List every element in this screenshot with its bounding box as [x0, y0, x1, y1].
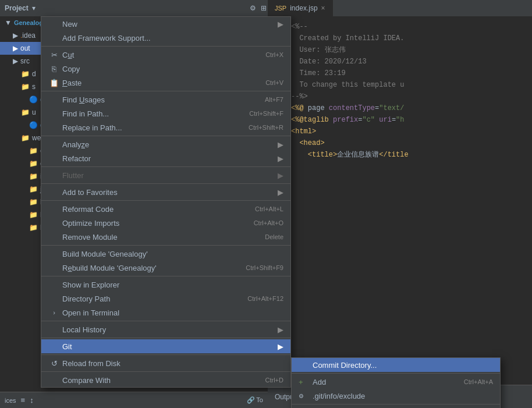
git-sep-1: [292, 373, 500, 374]
menu-item-find-usages[interactable]: Find Usages Alt+F7: [41, 93, 290, 107]
reload-icon: ↺: [48, 359, 60, 368]
git-submenu: Commit Directory... + Add Ctrl+Alt+A ⚙ .…: [291, 357, 501, 408]
submenu-item-add[interactable]: + Add Ctrl+Alt+A: [292, 375, 500, 389]
menu-item-add-to-favorites[interactable]: Add to Favorites ▶: [41, 185, 290, 199]
menu-item-rebuild-module[interactable]: Rebuild Module 'Genealogy' Ctrl+Shift+F9: [41, 261, 290, 275]
code-line-3: User: 张志伟: [291, 44, 527, 56]
code-line-9: <%@taglib prefix="c" uri="h: [291, 114, 527, 126]
gear-icon[interactable]: ⚙: [250, 4, 256, 12]
menu-item-git[interactable]: Git ▶: [41, 339, 290, 353]
menu-item-directory-path[interactable]: Directory Path Ctrl+Alt+F12: [41, 292, 290, 306]
menu-item-cut[interactable]: ✂ Cut Ctrl+X: [41, 48, 290, 62]
separator-5: [41, 183, 290, 184]
menu-item-compare-with[interactable]: Compare With Ctrl+D: [41, 373, 290, 387]
code-line-1: <%--: [291, 21, 527, 33]
project-title: Project: [5, 4, 29, 12]
code-line-10: <html>: [291, 126, 527, 137]
add-icon: +: [299, 378, 310, 386]
menu-item-paste[interactable]: 📋 Paste Ctrl+V: [41, 76, 290, 90]
project-dropdown-icon[interactable]: ▾: [32, 4, 36, 12]
code-line-4: Date: 2020/12/13: [291, 56, 527, 68]
code-line-5: Time: 23:19: [291, 68, 527, 79]
idea-label: idea: [22, 31, 36, 40]
git-sep-2: [292, 404, 500, 405]
separator-3: [41, 136, 290, 136]
menu-item-refactor[interactable]: Refactor ▶: [41, 151, 290, 165]
terminal-icon: ›: [48, 309, 60, 316]
to-label: 🔗 To: [247, 396, 263, 404]
separator-11: [41, 354, 290, 355]
separator-12: [41, 371, 290, 372]
code-line-7: --%>: [291, 91, 527, 102]
tab-label: index.jsp: [290, 4, 317, 12]
context-menu: New ▶ Add Framework Support... ✂ Cut Ctr…: [41, 16, 291, 388]
paste-icon: 📋: [48, 79, 60, 87]
separator-7: [41, 245, 290, 246]
gitinfo-icon: ⚙: [299, 393, 310, 399]
copy-icon: ⎘: [48, 65, 60, 73]
menu-item-copy[interactable]: ⎘ Copy: [41, 62, 290, 76]
list-icon[interactable]: ≡: [21, 396, 26, 405]
code-line-8: <%@ page contentType="text/: [291, 102, 527, 114]
menu-item-replace-in-path[interactable]: Replace in Path... Ctrl+Shift+R: [41, 120, 290, 134]
bottom-toolbar: ices ≡ ↕ 🔗 To: [0, 392, 268, 408]
submenu-item-gitinfo-exclude[interactable]: ⚙ .git/info/exclude: [292, 389, 500, 403]
tools-label: ices: [5, 397, 16, 404]
jsp-icon: JSP: [275, 5, 286, 12]
menu-item-open-in-terminal[interactable]: › Open in Terminal: [41, 306, 290, 320]
code-line-2: Created by IntelliJ IDEA.: [291, 33, 527, 44]
code-editor[interactable]: <%-- Created by IntelliJ IDEA. User: 张志伟…: [268, 16, 532, 385]
menu-item-build-module[interactable]: Build Module 'Genealogy': [41, 247, 290, 261]
sort-icon[interactable]: ↕: [30, 396, 34, 405]
menu-item-analyze[interactable]: Analyze ▶: [41, 137, 290, 151]
cut-icon: ✂: [48, 51, 60, 59]
project-panel-header: Project ▾ ⚙ ⊞ ⚙ −: [0, 0, 291, 16]
tab-index-jsp[interactable]: JSP index.jsp ×: [268, 0, 333, 16]
menu-item-remove-module[interactable]: Remove Module Delete: [41, 230, 290, 244]
code-line-12: <title>企业信息族谱</title: [291, 149, 527, 161]
menu-item-add-framework[interactable]: Add Framework Support...: [41, 31, 290, 45]
separator-6: [41, 200, 290, 201]
code-line-6: To change this template u: [291, 79, 527, 91]
tab-bar: JSP index.jsp ×: [268, 0, 532, 16]
code-line-11: <head>: [291, 137, 527, 149]
submenu-item-commit-directory[interactable]: Commit Directory...: [292, 358, 500, 372]
submenu-item-annotate[interactable]: Annotate: [292, 406, 500, 408]
menu-item-reformat-code[interactable]: Reformat Code Ctrl+Alt+L: [41, 202, 290, 216]
menu-item-show-in-explorer[interactable]: Show in Explorer: [41, 278, 290, 292]
menu-item-reload-from-disk[interactable]: ↺ Reload from Disk: [41, 356, 290, 370]
gear2-icon[interactable]: ⊞: [261, 4, 267, 12]
separator-4: [41, 166, 290, 167]
menu-item-optimize-imports[interactable]: Optimize Imports Ctrl+Alt+O: [41, 216, 290, 230]
separator-9: [41, 321, 290, 321]
separator-1: [41, 46, 290, 47]
tab-close-icon[interactable]: ×: [321, 4, 325, 12]
menu-item-find-in-path[interactable]: Find in Path... Ctrl+Shift+F: [41, 107, 290, 120]
menu-item-flutter[interactable]: Flutter ▶: [41, 168, 290, 182]
separator-10: [41, 338, 290, 338]
menu-item-new[interactable]: New ▶: [41, 17, 290, 31]
menu-item-local-history[interactable]: Local History ▶: [41, 322, 290, 336]
separator-2: [41, 91, 290, 91]
separator-8: [41, 276, 290, 276]
